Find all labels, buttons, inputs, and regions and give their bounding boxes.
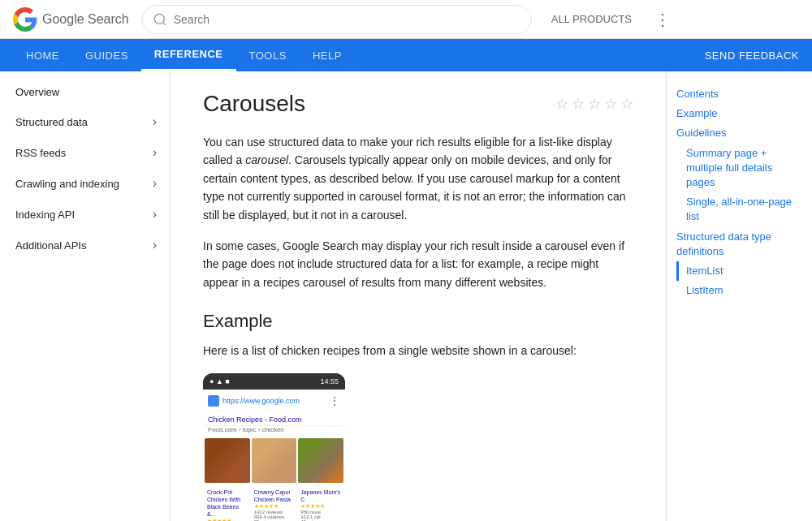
mockup-card2-stars: ★★★★★ bbox=[254, 503, 295, 510]
svg-point-0 bbox=[154, 14, 164, 24]
mockup-card-2: Creamy Cajun Chicken Pasta ★★★★★ 1422 re… bbox=[252, 486, 297, 521]
page-title: Carousels bbox=[203, 91, 305, 117]
chevron-icon: › bbox=[153, 207, 157, 222]
star-4[interactable]: ☆ bbox=[604, 95, 617, 113]
search-input[interactable] bbox=[174, 13, 521, 26]
topbar: Google Search ALL PRODUCTS ⋮ bbox=[0, 0, 812, 39]
mockup-result1-sub: Food.com › topic › chicken bbox=[203, 426, 345, 437]
mockup-card-3: Japanes Mum's C ★★★★★ 950 revie 313.1 ca… bbox=[298, 486, 343, 521]
mobile-mockup: ● ▲ ■ 14:55 https://www.google.com ⋮ Chi… bbox=[203, 373, 345, 521]
star-3[interactable]: ☆ bbox=[588, 95, 601, 113]
toc-single-all-in-one[interactable]: Single, all-in-one-page list bbox=[676, 192, 802, 226]
mockup-more-icon: ⋮ bbox=[329, 394, 340, 407]
mockup-url: https://www.google.com bbox=[222, 397, 326, 405]
navbar: HOME GUIDES REFERENCE TOOLs HELP SEND FE… bbox=[0, 39, 812, 71]
more-options-button[interactable]: ⋮ bbox=[651, 6, 674, 32]
mockup-food-image-2 bbox=[252, 438, 297, 483]
mockup-card3-title: Japanes Mum's C bbox=[300, 489, 341, 503]
mockup-card1-title: Crock-Pot Chicken With Black Beans &... bbox=[207, 489, 248, 518]
google-logo[interactable]: Google Search bbox=[13, 7, 129, 32]
sidebar-item-crawling-indexing[interactable]: Crawling and indexing › bbox=[0, 168, 170, 199]
mockup-favicon bbox=[208, 395, 219, 407]
mockup-card1-stars: ★★★★★ bbox=[207, 518, 248, 521]
mockup-result1-title: Chicken Recipes - Food.com bbox=[203, 412, 345, 426]
sidebar-item-overview[interactable]: Overview bbox=[0, 78, 170, 106]
mockup-card-1: Crock-Pot Chicken With Black Beans &... … bbox=[205, 486, 250, 521]
body-paragraph-2: In some cases, Google Search may display… bbox=[203, 237, 633, 291]
mockup-card2-title: Creamy Cajun Chicken Pasta bbox=[254, 489, 295, 503]
nav-guides[interactable]: GUIDES bbox=[72, 39, 141, 71]
toc-listitem[interactable]: ListItem bbox=[676, 281, 802, 300]
svg-line-1 bbox=[162, 22, 165, 24]
star-1[interactable]: ☆ bbox=[555, 95, 568, 113]
nav-tools[interactable]: TOOLs bbox=[236, 39, 300, 71]
main-content: Carousels ☆ ☆ ☆ ☆ ☆ You can use structur… bbox=[171, 71, 666, 521]
example-heading: Example bbox=[203, 311, 633, 332]
toc-example[interactable]: Example bbox=[676, 104, 802, 123]
mockup-card3-stars: ★★★★★ bbox=[300, 503, 341, 510]
body-paragraph-1: You can use structured data to make your… bbox=[203, 133, 633, 224]
all-products-button[interactable]: ALL PRODUCTS bbox=[545, 10, 638, 28]
nav-home[interactable]: HOME bbox=[13, 39, 72, 71]
send-feedback-button[interactable]: SEND FEEDBACK bbox=[705, 50, 799, 62]
right-sidebar: Contents Example Guidelines Summary page… bbox=[666, 71, 812, 521]
star-2[interactable]: ☆ bbox=[572, 95, 585, 113]
sidebar-item-additional-apis[interactable]: Additional APIs › bbox=[0, 230, 170, 260]
toc-contents[interactable]: Contents bbox=[676, 84, 802, 104]
star-rating[interactable]: ☆ ☆ ☆ ☆ ☆ bbox=[555, 95, 633, 113]
sidebar-item-indexing-api[interactable]: Indexing API › bbox=[0, 199, 170, 230]
logo-text: Google Search bbox=[42, 12, 129, 27]
toc-structured-data-type[interactable]: Structured data type definitions bbox=[676, 227, 802, 261]
sidebar-item-structured-data[interactable]: Structured data › bbox=[0, 106, 170, 137]
left-sidebar: Overview Structured data › RSS feeds › C… bbox=[0, 71, 171, 521]
nav-help[interactable]: HELP bbox=[300, 39, 355, 71]
mockup-images bbox=[203, 437, 345, 484]
star-5[interactable]: ☆ bbox=[620, 95, 633, 113]
mockup-card-row: Crock-Pot Chicken With Black Beans &... … bbox=[203, 484, 345, 521]
nav-reference[interactable]: REFERENCE bbox=[141, 39, 236, 71]
chevron-icon: › bbox=[153, 238, 157, 252]
toc-summary-page[interactable]: Summary page + multiple full details pag… bbox=[676, 144, 802, 193]
search-bar[interactable] bbox=[142, 5, 532, 34]
layout: Overview Structured data › RSS feeds › C… bbox=[0, 71, 812, 521]
mockup-food-image-1 bbox=[205, 438, 250, 483]
chevron-icon: › bbox=[153, 176, 157, 191]
sidebar-item-rss-feeds[interactable]: RSS feeds › bbox=[0, 137, 170, 168]
toc-itemlist[interactable]: ItemList bbox=[676, 261, 802, 281]
mockup-time: 14:55 bbox=[320, 377, 339, 385]
mockup-food-image-3 bbox=[298, 438, 343, 483]
mockup-topbar: ● ▲ ■ 14:55 bbox=[203, 373, 345, 390]
page-title-area: Carousels ☆ ☆ ☆ ☆ ☆ bbox=[203, 91, 633, 117]
search-icon bbox=[153, 12, 167, 27]
chevron-icon: › bbox=[153, 145, 157, 160]
mockup-icons: ● ▲ ■ bbox=[209, 377, 230, 385]
toc-guidelines[interactable]: Guidelines bbox=[676, 123, 802, 143]
chevron-icon: › bbox=[153, 114, 157, 129]
example-intro: Here is a list of chicken recipes from a… bbox=[203, 342, 633, 360]
mockup-browser-bar: https://www.google.com ⋮ bbox=[203, 390, 345, 412]
